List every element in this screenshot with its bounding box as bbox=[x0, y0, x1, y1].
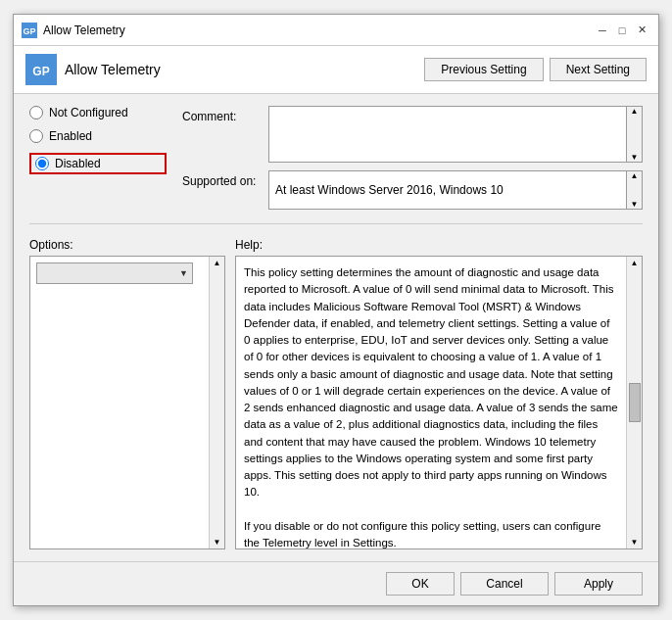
minimize-button[interactable]: ─ bbox=[594, 22, 611, 39]
dialog-title-icon: GP bbox=[22, 23, 37, 38]
next-setting-button[interactable]: Next Setting bbox=[550, 58, 647, 81]
dialog-title-text: Allow Telemetry bbox=[43, 24, 125, 37]
help-scrollbar[interactable]: ▲ ▼ bbox=[626, 257, 642, 548]
help-label: Help: bbox=[235, 238, 643, 252]
help-text: This policy setting determines the amoun… bbox=[236, 257, 626, 548]
previous-setting-button[interactable]: Previous Setting bbox=[424, 58, 543, 81]
not-configured-row: Not Configured bbox=[29, 106, 167, 119]
divider bbox=[29, 223, 643, 224]
supported-field-row: Supported on: At least Windows Server 20… bbox=[182, 170, 643, 210]
disabled-label: Disabled bbox=[55, 157, 101, 170]
disabled-radio[interactable] bbox=[35, 157, 49, 170]
header-bar: GP Allow Telemetry Previous Setting Next… bbox=[14, 46, 658, 94]
options-box: ▼ ▲ ▼ bbox=[29, 256, 225, 549]
options-scroll-up[interactable]: ▲ bbox=[214, 259, 221, 267]
ok-button[interactable]: OK bbox=[386, 572, 455, 596]
comment-scrollbar[interactable]: ▲ ▼ bbox=[627, 106, 643, 163]
options-inner: ▼ bbox=[30, 257, 224, 548]
comment-wrapper: ▲ ▼ bbox=[268, 106, 643, 163]
supported-wrapper: At least Windows Server 2016, Windows 10… bbox=[268, 170, 643, 210]
header-left: GP Allow Telemetry bbox=[25, 54, 161, 85]
supported-scroll-up[interactable]: ▲ bbox=[631, 171, 639, 180]
options-scrollbar[interactable]: ▲ ▼ bbox=[209, 257, 224, 548]
header-title: Allow Telemetry bbox=[65, 62, 161, 77]
enabled-radio[interactable] bbox=[29, 129, 43, 143]
content-area: Not Configured Enabled Disabled Comment: bbox=[14, 94, 658, 561]
not-configured-label: Not Configured bbox=[49, 106, 128, 119]
apply-button[interactable]: Apply bbox=[554, 572, 643, 596]
disabled-row-highlighted: Disabled bbox=[29, 153, 167, 174]
svg-text:GP: GP bbox=[32, 65, 49, 78]
close-button[interactable]: ✕ bbox=[633, 22, 650, 39]
chevron-down-icon: ▼ bbox=[179, 268, 188, 278]
supported-scroll-down[interactable]: ▼ bbox=[631, 200, 639, 209]
comment-label: Comment: bbox=[182, 106, 261, 123]
svg-text:GP: GP bbox=[23, 26, 35, 36]
supported-on-value: At least Windows Server 2016, Windows 10 bbox=[268, 170, 627, 210]
radio-section: Not Configured Enabled Disabled bbox=[29, 106, 167, 210]
comment-textarea[interactable] bbox=[268, 106, 627, 163]
right-col: Comment: ▲ ▼ Supported on: At least Wind… bbox=[182, 106, 643, 210]
dialog-window: GP Allow Telemetry ─ □ ✕ GP Allow Teleme… bbox=[13, 14, 659, 606]
help-scroll-up[interactable]: ▲ bbox=[631, 259, 639, 267]
cancel-button[interactable]: Cancel bbox=[460, 572, 549, 596]
help-box: This policy setting determines the amoun… bbox=[235, 256, 643, 549]
supported-scrollbar[interactable]: ▲ ▼ bbox=[627, 170, 643, 210]
top-section: Not Configured Enabled Disabled Comment: bbox=[29, 106, 643, 210]
title-bar: GP Allow Telemetry ─ □ ✕ bbox=[14, 15, 658, 46]
options-label: Options: bbox=[29, 238, 225, 252]
header-navigation-buttons: Previous Setting Next Setting bbox=[424, 58, 647, 81]
comment-field-row: Comment: ▲ ▼ bbox=[182, 106, 643, 163]
enabled-label: Enabled bbox=[49, 129, 92, 143]
scroll-up-arrow[interactable]: ▲ bbox=[631, 107, 639, 116]
scroll-down-arrow[interactable]: ▼ bbox=[631, 153, 639, 162]
help-scroll-thumb[interactable] bbox=[629, 383, 641, 422]
footer: OK Cancel Apply bbox=[14, 561, 658, 605]
help-scroll-down[interactable]: ▼ bbox=[631, 538, 639, 547]
maximize-button[interactable]: □ bbox=[613, 22, 631, 39]
title-bar-left: GP Allow Telemetry bbox=[22, 23, 125, 38]
not-configured-radio[interactable] bbox=[29, 106, 43, 119]
bottom-section: Options: ▼ ▲ ▼ Help: bbox=[29, 238, 643, 549]
header-icon: GP bbox=[25, 54, 57, 85]
supported-on-label: Supported on: bbox=[182, 170, 261, 188]
enabled-row: Enabled bbox=[29, 129, 167, 143]
options-column: Options: ▼ ▲ ▼ bbox=[29, 238, 225, 549]
options-scroll-down[interactable]: ▼ bbox=[214, 538, 221, 547]
title-bar-controls: ─ □ ✕ bbox=[594, 22, 650, 39]
options-dropdown[interactable]: ▼ bbox=[36, 262, 193, 284]
help-column: Help: This policy setting determines the… bbox=[235, 238, 643, 549]
